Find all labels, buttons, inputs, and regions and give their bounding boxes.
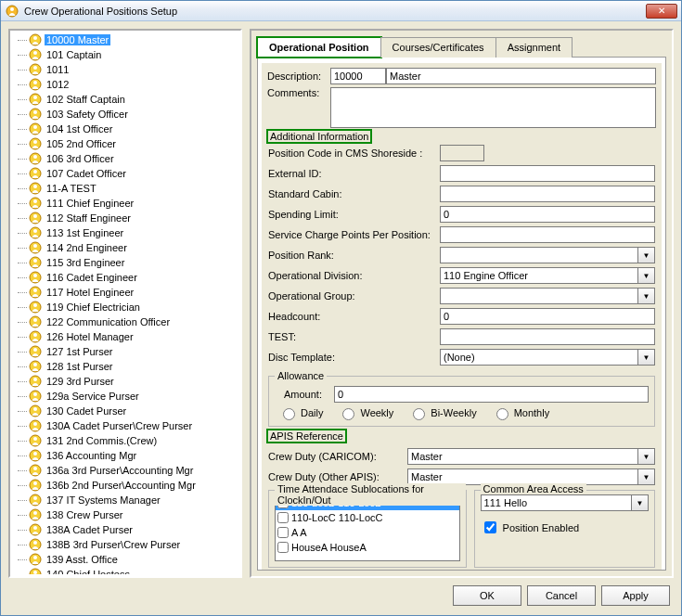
tree-item[interactable]: 103 Safety Officer	[12, 107, 238, 122]
list-item[interactable]: A A	[276, 525, 459, 540]
chevron-down-icon[interactable]: ▼	[638, 468, 655, 485]
tree-item[interactable]: 127 1st Purser	[12, 344, 238, 359]
tree-item[interactable]: 105 2nd Officer	[12, 136, 238, 151]
tree-item[interactable]: 129a Service Purser	[12, 389, 238, 404]
tree-item[interactable]: 102 Staff Captain	[12, 92, 238, 107]
position-enabled-check[interactable]: Position Enabled	[481, 519, 649, 536]
tree-item[interactable]: 112 Staff Engineer	[12, 211, 238, 225]
headcount-input[interactable]	[440, 308, 655, 325]
common-area-combo[interactable]: ▼	[481, 494, 649, 511]
external-input[interactable]	[440, 165, 655, 182]
position-tree[interactable]: 10000 Master101 Captain10111012102 Staff…	[12, 32, 238, 574]
caricom-label: Crew Duty (CARICOM):	[268, 451, 407, 462]
group-combo[interactable]: ▼	[440, 288, 655, 304]
description-label: Description:	[267, 71, 330, 82]
chevron-down-icon[interactable]: ▼	[638, 247, 655, 263]
tree-item[interactable]: 138A Cadet Purser	[12, 522, 238, 537]
spending-input[interactable]	[440, 206, 655, 223]
svg-point-73	[33, 556, 37, 559]
tree-item[interactable]: 113 1st Engineer	[12, 225, 238, 240]
person-icon	[29, 152, 42, 165]
tab-strip: Operational PositionCourses/Certificates…	[257, 36, 666, 58]
tree-item-label: 105 2nd Officer	[45, 138, 118, 149]
tree-item[interactable]: 116 Cadet Engineer	[12, 270, 238, 285]
cms-input	[440, 145, 484, 161]
tree-item[interactable]: 1011	[12, 62, 238, 77]
chevron-down-icon[interactable]: ▼	[638, 349, 655, 366]
tree-item[interactable]: 104 1st Officer	[12, 122, 238, 136]
tree-item[interactable]: 131 2nd Commis.(Crew)	[12, 433, 238, 448]
tree-item[interactable]: 129 3rd Purser	[12, 374, 238, 389]
tree-item-label: 101 Captain	[45, 49, 103, 60]
caricom-combo[interactable]: ▼	[407, 448, 655, 465]
tree-item[interactable]: 119 Chief Electrician	[12, 300, 238, 314]
list-item[interactable]: 110-LocC 110-LocC	[276, 510, 459, 525]
tree-item[interactable]: 136b 2nd Purser\Accounting Mgr	[12, 478, 238, 493]
description-code-input[interactable]	[330, 68, 386, 84]
person-icon	[29, 241, 42, 254]
allowance-radio[interactable]: Daily	[278, 405, 323, 420]
amount-input[interactable]	[334, 386, 649, 403]
tree-item[interactable]: 128 1st Purser	[12, 359, 238, 374]
allowance-radio[interactable]: Bi-Weekly	[408, 405, 476, 420]
detail-panel: Operational PositionCourses/Certificates…	[250, 29, 674, 578]
tree-item[interactable]: 107 Cadet Officer	[12, 166, 238, 181]
list-item[interactable]: HouseA HouseA	[276, 540, 459, 555]
close-button[interactable]: ✕	[646, 4, 677, 19]
chevron-down-icon[interactable]: ▼	[638, 267, 655, 284]
tree-item[interactable]: 130A Cadet Purser\Crew Purser	[12, 418, 238, 433]
tree-item[interactable]: 117 Hotel Engineer	[12, 285, 238, 300]
tree-item[interactable]: 139 Asst. Office	[12, 552, 238, 567]
chevron-down-icon[interactable]: ▼	[638, 288, 655, 304]
ok-button[interactable]: OK	[453, 585, 521, 606]
tree-item[interactable]: 101 Captain	[12, 47, 238, 62]
person-icon	[29, 375, 42, 388]
tree-item[interactable]: 1012	[12, 77, 238, 92]
chevron-down-icon[interactable]: ▼	[632, 494, 649, 511]
tree-item[interactable]: 111 Chief Engineer	[12, 196, 238, 211]
comments-label: Comments:	[267, 87, 330, 98]
tree-item-label: 122 Communication Officer	[45, 316, 172, 327]
allowance-radio[interactable]: Monthly	[492, 405, 550, 420]
disc-combo[interactable]: ▼	[440, 349, 655, 366]
allowance-radio[interactable]: Weekly	[338, 405, 393, 420]
chevron-down-icon[interactable]: ▼	[638, 448, 655, 465]
tree-item[interactable]: 115 3rd Engineer	[12, 255, 238, 270]
cancel-button[interactable]: Cancel	[527, 585, 596, 606]
tree-item[interactable]: 11-A TEST	[12, 181, 238, 196]
tab[interactable]: Courses/Certificates	[380, 37, 496, 58]
person-icon	[29, 568, 42, 574]
tab[interactable]: Operational Position	[257, 37, 381, 58]
tree-item[interactable]: 136 Accounting Mgr	[12, 448, 238, 463]
test-input[interactable]	[440, 328, 655, 345]
tree-item[interactable]: 136a 3rd Purser\Accounting Mgr	[12, 463, 238, 478]
service-input[interactable]	[440, 226, 655, 243]
svg-point-17	[33, 140, 37, 144]
tree-item[interactable]: 138B 3rd Purser\Crew Purser	[12, 537, 238, 552]
svg-point-39	[33, 303, 37, 307]
tree-item-label: 111 Chief Engineer	[45, 198, 135, 209]
tree-item[interactable]: 137 IT Systems Manager	[12, 493, 238, 507]
tree-item-label: 136 Accounting Mgr	[45, 450, 138, 461]
division-label: Operational Division:	[268, 270, 440, 281]
comments-input[interactable]	[330, 87, 656, 128]
division-combo[interactable]: ▼	[440, 267, 655, 284]
tree-item[interactable]: 138 Crew Purser	[12, 507, 238, 522]
cabin-input[interactable]	[440, 186, 655, 202]
tab[interactable]: Assignment	[495, 37, 573, 58]
tree-item[interactable]: 106 3rd Officer	[12, 151, 238, 166]
tree-item[interactable]: 130 Cadet Purser	[12, 404, 238, 418]
tree-item[interactable]: 114 2nd Engineer	[12, 240, 238, 255]
apply-button[interactable]: Apply	[601, 585, 670, 606]
tree-item[interactable]: 140 Chief Hostess	[12, 567, 238, 574]
person-icon	[29, 553, 42, 566]
tree-item[interactable]: 126 Hotel Manager	[12, 329, 238, 344]
person-icon	[29, 434, 42, 447]
rank-combo[interactable]: ▼	[440, 247, 655, 263]
svg-point-19	[33, 155, 37, 159]
svg-point-59	[33, 452, 37, 456]
person-icon	[29, 286, 42, 299]
tree-item[interactable]: 122 Communication Officer	[12, 314, 238, 329]
tree-item[interactable]: 10000 Master	[12, 32, 238, 47]
description-text-input[interactable]	[386, 68, 656, 84]
